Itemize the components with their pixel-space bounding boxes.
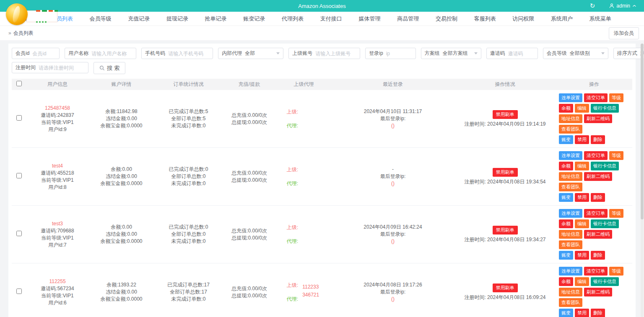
- action-账变-button[interactable]: 账变: [559, 251, 573, 260]
- action-查看团队-button[interactable]: 查看团队: [559, 125, 582, 134]
- action-等级-button[interactable]: 等级: [609, 151, 623, 160]
- disable-brushing-badge[interactable]: 禁用刷单: [493, 226, 518, 235]
- nav-item-10[interactable]: 媒体管理: [358, 15, 380, 23]
- action-清空订单-button[interactable]: 清空订单: [584, 93, 608, 102]
- action-连单设置-button[interactable]: 连单设置: [559, 93, 582, 102]
- phone-input[interactable]: [168, 51, 209, 57]
- action-编辑-button[interactable]: 编辑: [575, 162, 589, 170]
- action-地址信息-button[interactable]: 地址信息: [559, 230, 582, 239]
- action-地址信息-button[interactable]: 地址信息: [559, 114, 582, 123]
- invite-code-input[interactable]: [508, 51, 534, 57]
- user-name-input[interactable]: [91, 51, 132, 57]
- nav-item-6[interactable]: 抢单记录: [205, 15, 227, 23]
- login-ip-input[interactable]: [386, 51, 412, 57]
- action-禁用-button[interactable]: 禁用: [575, 193, 589, 202]
- nav-item-7[interactable]: 账变记录: [243, 15, 265, 23]
- filter-reg-time[interactable]: 注册时间: [12, 62, 88, 73]
- action-账变-button[interactable]: 账变: [559, 135, 573, 144]
- action-禁用-button[interactable]: 禁用: [575, 135, 589, 144]
- user-name[interactable]: test4: [26, 162, 89, 170]
- action-清空订单-button[interactable]: 清空订单: [584, 267, 608, 276]
- filter-login-ip[interactable]: 登录ip: [365, 48, 415, 59]
- nav-item-12[interactable]: 交易控制: [436, 15, 457, 23]
- action-禁用-button[interactable]: 禁用: [575, 309, 589, 317]
- filter-member-level[interactable]: 会员等级全部级别: [543, 48, 608, 59]
- nav-item-5[interactable]: 提现记录: [166, 15, 188, 23]
- action-编辑-button[interactable]: 编辑: [575, 219, 589, 228]
- nav-item-13[interactable]: 客服列表: [474, 15, 496, 23]
- nav-item-3[interactable]: 会员等级: [89, 15, 111, 23]
- action-清空订单-button[interactable]: 清空订单: [584, 151, 608, 160]
- user-name[interactable]: 125487458: [26, 105, 89, 112]
- refresh-icon[interactable]: ↻: [590, 2, 595, 10]
- search-button[interactable]: 搜 索: [93, 62, 125, 74]
- row-checkbox[interactable]: [16, 289, 22, 294]
- action-查看团队-button[interactable]: 查看团队: [559, 183, 582, 191]
- disable-brushing-badge[interactable]: 禁用刷单: [493, 168, 518, 177]
- nav-item-4[interactable]: 充值记录: [128, 15, 150, 23]
- action-地址信息-button[interactable]: 地址信息: [559, 172, 582, 181]
- action-银行卡信息-button[interactable]: 银行卡信息: [591, 162, 619, 170]
- action-编辑-button[interactable]: 编辑: [575, 104, 589, 113]
- nav-item-15[interactable]: 系统用户: [551, 15, 573, 23]
- action-余额-button[interactable]: 余额: [559, 104, 573, 113]
- action-连单设置-button[interactable]: 连单设置: [559, 267, 582, 276]
- row-checkbox[interactable]: [16, 173, 22, 178]
- user-menu[interactable]: admin: [609, 3, 636, 9]
- action-删除-button[interactable]: 删除: [591, 251, 605, 260]
- add-member-button[interactable]: 添加会员: [609, 27, 639, 39]
- action-连单设置-button[interactable]: 连单设置: [559, 151, 582, 160]
- reg-time-input[interactable]: [39, 65, 85, 71]
- vertical-scrollbar[interactable]: [641, 44, 644, 317]
- filter-member-id[interactable]: 会员id: [12, 48, 60, 59]
- action-地址信息-button[interactable]: 地址信息: [559, 288, 582, 296]
- filter-phone[interactable]: 手机号码: [141, 48, 213, 59]
- user-name[interactable]: test3: [26, 220, 89, 227]
- filter-plan-group[interactable]: 方案组全部方案组: [421, 48, 481, 59]
- action-等级-button[interactable]: 等级: [609, 267, 623, 276]
- action-刷新二维码-button[interactable]: 刷新二维码: [584, 114, 612, 123]
- filter-user-name[interactable]: 用户名称: [65, 48, 136, 59]
- filter-internal-agent[interactable]: 内部代理全部: [218, 48, 283, 59]
- action-余额-button[interactable]: 余额: [559, 162, 573, 170]
- action-等级-button[interactable]: 等级: [609, 209, 623, 218]
- select-all-checkbox[interactable]: [16, 81, 22, 86]
- action-银行卡信息-button[interactable]: 银行卡信息: [591, 277, 619, 286]
- action-余额-button[interactable]: 余额: [559, 277, 573, 286]
- nav-item-9[interactable]: 支付接口: [320, 15, 342, 23]
- action-连单设置-button[interactable]: 连单设置: [559, 209, 582, 218]
- row-checkbox[interactable]: [16, 115, 22, 121]
- action-账变-button[interactable]: 账变: [559, 309, 573, 317]
- nav-item-11[interactable]: 商品管理: [397, 15, 419, 23]
- nav-item-16[interactable]: 系统菜单: [589, 15, 611, 23]
- action-查看团队-button[interactable]: 查看团队: [559, 298, 582, 307]
- filter-invite-code[interactable]: 邀请码: [486, 48, 538, 59]
- action-银行卡信息-button[interactable]: 银行卡信息: [591, 104, 619, 113]
- scrollbar-thumb[interactable]: [641, 44, 644, 219]
- action-刷新二维码-button[interactable]: 刷新二维码: [584, 288, 612, 296]
- action-刷新二维码-button[interactable]: 刷新二维码: [584, 172, 612, 181]
- action-余额-button[interactable]: 余额: [559, 219, 573, 228]
- nav-item-8[interactable]: 代理列表: [282, 15, 304, 23]
- disable-brushing-badge[interactable]: 禁用刷单: [493, 283, 518, 292]
- user-name[interactable]: 112255: [26, 278, 89, 285]
- action-刷新二维码-button[interactable]: 刷新二维码: [584, 230, 612, 239]
- parent-account-input[interactable]: [315, 51, 356, 57]
- filter-sort-order[interactable]: 排序方式默认排序: [613, 48, 644, 59]
- charge-withdraw-cell: 总充值:0.00/0次总提现:0.00/0次: [223, 112, 275, 126]
- action-查看团队-button[interactable]: 查看团队: [559, 240, 582, 249]
- action-删除-button[interactable]: 删除: [591, 135, 605, 144]
- row-checkbox[interactable]: [16, 231, 22, 236]
- disable-brushing-badge[interactable]: 禁用刷单: [493, 110, 518, 119]
- action-删除-button[interactable]: 删除: [591, 309, 605, 317]
- action-禁用-button[interactable]: 禁用: [575, 251, 589, 260]
- action-编辑-button[interactable]: 编辑: [575, 277, 589, 286]
- action-删除-button[interactable]: 删除: [591, 193, 605, 202]
- nav-item-14[interactable]: 访问权限: [512, 15, 534, 23]
- filter-parent-account[interactable]: 上级账号: [288, 48, 360, 59]
- action-账变-button[interactable]: 账变: [559, 193, 573, 202]
- action-银行卡信息-button[interactable]: 银行卡信息: [591, 219, 619, 228]
- action-等级-button[interactable]: 等级: [609, 93, 623, 102]
- member-id-input[interactable]: [32, 51, 56, 57]
- action-清空订单-button[interactable]: 清空订单: [584, 209, 608, 218]
